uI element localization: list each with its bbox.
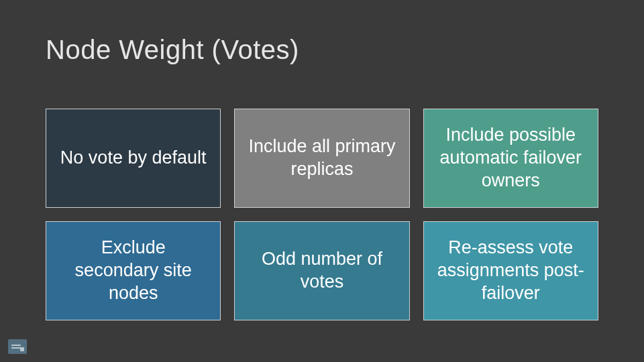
tile-odd-number-of-votes: Odd number of votes	[234, 221, 409, 320]
tile-include-possible-automatic-failover-owners: Include possible automatic failover owne…	[423, 109, 598, 208]
tile-label: Odd number of votes	[247, 248, 396, 294]
tile-include-all-primary-replicas: Include all primary replicas	[234, 109, 409, 208]
tile-label: Include possible automatic failover owne…	[436, 124, 586, 192]
tile-label: Exclude secondary site nodes	[58, 237, 208, 304]
tile-reassess-vote-assignments: Re-assess vote assignments post-failover	[423, 221, 598, 320]
slide-title: Node Weight (Votes)	[46, 35, 299, 65]
tile-grid: No vote by default Include all primary r…	[46, 109, 598, 320]
tile-label: Include all primary replicas	[247, 135, 396, 181]
tile-label: No vote by default	[60, 147, 207, 170]
tile-label: Re-assess vote assignments post-failover	[436, 237, 586, 304]
tile-exclude-secondary-site-nodes: Exclude secondary site nodes	[46, 221, 221, 320]
tile-no-vote-by-default: No vote by default	[46, 109, 221, 208]
template-logo-icon	[8, 339, 27, 354]
